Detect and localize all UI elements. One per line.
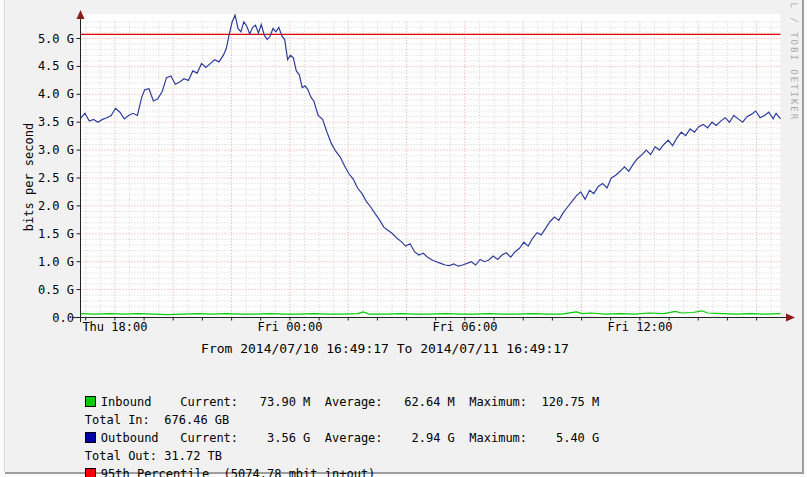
bandwidth-chart: 0.00.5 G1.0 G1.5 G2.0 G2.5 G3.0 G3.5 G4.…: [5, 0, 807, 345]
outbound-swatch: [85, 432, 96, 443]
svg-text:0.5 G: 0.5 G: [38, 283, 74, 297]
svg-text:Fri 06:00: Fri 06:00: [432, 320, 497, 334]
percentile-swatch: [85, 468, 96, 477]
inbound-swatch: [85, 396, 96, 407]
legend-text-total-out: Total Out: 31.72 TB: [85, 449, 222, 463]
svg-text:3.5 G: 3.5 G: [38, 115, 74, 129]
svg-text:2.0 G: 2.0 G: [38, 199, 74, 213]
legend-text-total-in: Total In: 676.46 GB: [85, 413, 230, 427]
svg-text:3.0 G: 3.0 G: [38, 143, 74, 157]
legend-text-outbound: Outbound Current: 3.56 G Average: 2.94 G…: [101, 431, 600, 445]
legend: Inbound Current: 73.90 M Average: 62.64 …: [27, 375, 599, 465]
svg-text:5.0 G: 5.0 G: [38, 32, 74, 46]
svg-text:Fri 00:00: Fri 00:00: [257, 320, 322, 334]
time-range-subtitle: From 2014/07/10 16:49:17 To 2014/07/11 1…: [5, 341, 765, 356]
legend-row-inbound: Inbound Current: 73.90 M Average: 62.64 …: [27, 375, 599, 393]
legend-text-95th-percentile: 95th Percentile (5074.78 mbit in+out): [101, 467, 376, 477]
graph-panel: 0.00.5 G1.0 G1.5 G2.0 G2.5 G3.0 G3.5 G4.…: [5, 0, 804, 474]
svg-text:2.5 G: 2.5 G: [38, 171, 74, 185]
svg-text:4.0 G: 4.0 G: [38, 87, 74, 101]
y-axis-title: bits per second: [22, 123, 36, 231]
svg-text:4.5 G: 4.5 G: [38, 59, 74, 73]
legend-text-inbound: Inbound Current: 73.90 M Average: 62.64 …: [101, 395, 600, 409]
rrdtool-traffic-graph: 0.00.5 G1.0 G1.5 G2.0 G2.5 G3.0 G3.5 G4.…: [0, 0, 807, 477]
svg-text:0.0: 0.0: [52, 311, 74, 325]
svg-text:1.5 G: 1.5 G: [38, 227, 74, 241]
rrdtool-watermark: RRDTOOL / TOBI OETIKER: [789, 0, 799, 121]
svg-text:Thu 18:00: Thu 18:00: [82, 320, 147, 334]
svg-text:Fri 12:00: Fri 12:00: [607, 320, 672, 334]
svg-text:1.0 G: 1.0 G: [38, 255, 74, 269]
